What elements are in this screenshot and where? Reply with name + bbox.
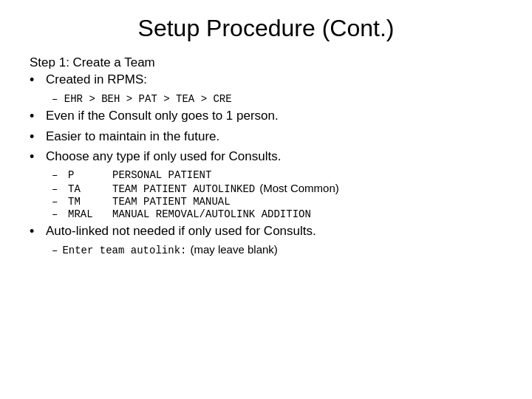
bullet-icon: • xyxy=(30,72,46,89)
list-item-choose: • Choose any type if only used for Consu… xyxy=(30,149,502,166)
dash-icon: – xyxy=(52,245,58,256)
list-item-consult: • Even if the Consult only goes to 1 per… xyxy=(30,108,502,125)
type-desc: TEAM PATIENT AUTOLINKED xyxy=(112,183,255,195)
dash-icon: – xyxy=(52,183,64,195)
step-label: Step 1: Create a Team xyxy=(30,55,502,70)
choose-text: Choose any type if only used for Consult… xyxy=(46,149,281,165)
consult-text: Even if the Consult only goes to 1 perso… xyxy=(46,108,279,124)
type-row: –PPERSONAL PATIENT xyxy=(52,169,502,181)
autolink-sub-item: – Enter team autolink:(may leave blank) xyxy=(52,243,502,256)
bullet-icon: • xyxy=(30,149,46,166)
type-row: –MRALMANUAL REMOVAL/AUTOLINK ADDITION xyxy=(52,208,502,220)
type-code: P xyxy=(68,169,112,181)
type-code: MRAL xyxy=(68,208,112,220)
autolink-mono-text: Enter team autolink: xyxy=(62,245,186,256)
ehr-sub-item: – EHR > BEH > PAT > TEA > CRE xyxy=(52,92,502,105)
bullet-icon: • xyxy=(30,108,46,125)
type-desc: PERSONAL PATIENT xyxy=(112,169,211,181)
type-note: (Most Common) xyxy=(259,182,339,194)
type-rows-block: –PPERSONAL PATIENT–TATEAM PATIENT AUTOLI… xyxy=(52,169,502,220)
dash-icon: – xyxy=(52,169,64,181)
dash-icon: – xyxy=(52,208,64,220)
autolink-note: (may leave blank) xyxy=(190,243,277,256)
dash-icon: – xyxy=(52,196,64,208)
type-row: –TMTEAM PATIENT MANUAL xyxy=(52,196,502,208)
bullet-icon: • xyxy=(30,223,46,240)
page-title: Setup Procedure (Cont.) xyxy=(30,15,502,42)
list-item-created: • Created in RPMS: xyxy=(30,72,502,89)
type-code: TA xyxy=(68,183,112,195)
ehr-path: – EHR > BEH > PAT > TEA > CRE xyxy=(52,93,232,105)
bullet-icon: • xyxy=(30,129,46,146)
list-item-autolink: • Auto-linked not needed if only used fo… xyxy=(30,223,502,240)
created-text: Created in RPMS: xyxy=(46,72,147,88)
type-desc: TEAM PATIENT MANUAL xyxy=(112,196,231,208)
autolink-text: Auto-linked not needed if only used for … xyxy=(46,223,316,239)
list-item-easier: • Easier to maintain in the future. xyxy=(30,129,502,146)
autolink-sub-row: – Enter team autolink:(may leave blank) xyxy=(52,243,502,256)
easier-text: Easier to maintain in the future. xyxy=(46,129,219,145)
type-row: –TATEAM PATIENT AUTOLINKED(Most Common) xyxy=(52,182,502,195)
type-desc: MANUAL REMOVAL/AUTOLINK ADDITION xyxy=(112,208,311,220)
type-code: TM xyxy=(68,196,112,208)
